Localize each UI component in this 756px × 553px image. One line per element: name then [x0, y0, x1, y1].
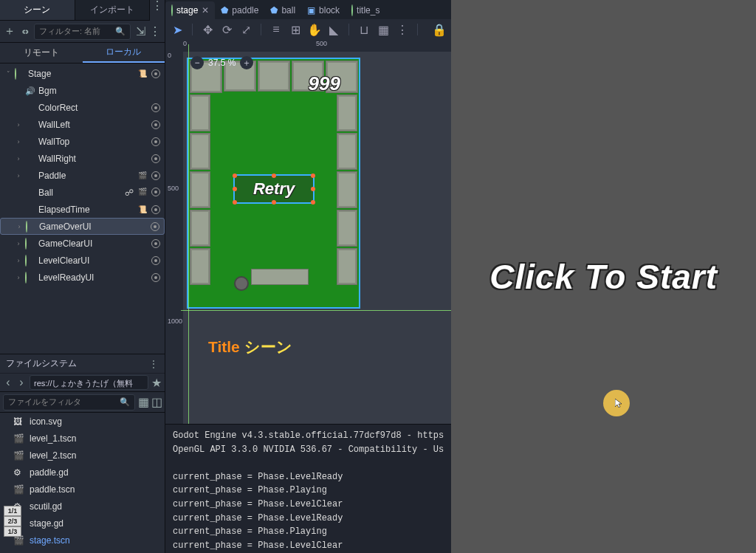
- fs-item[interactable]: ⚙title_scene.gd: [0, 549, 165, 553]
- doc-tab-stage[interactable]: stage✕: [165, 1, 215, 19]
- scene-filter-input[interactable]: フィルター: 名前 🔍: [34, 24, 131, 40]
- subtab-remote[interactable]: リモート: [0, 43, 83, 63]
- kebab-icon[interactable]: ⋮: [396, 24, 408, 35]
- script-icon[interactable]: 📜: [138, 69, 147, 78]
- visibility-icon[interactable]: [151, 188, 160, 196]
- fs-item[interactable]: ⚙stage.gd: [0, 515, 165, 532]
- kebab-icon[interactable]: ⋮: [150, 27, 160, 37]
- scene-instance-icon[interactable]: 🎬: [138, 188, 147, 198]
- cursor-icon: [615, 399, 624, 408]
- tree-item-walltop[interactable]: ›WallTop: [0, 133, 165, 150]
- fs-list[interactable]: 1/1 2/3 1/3 🖼icon.svg🎬level_1.tscn🎬level…: [0, 413, 165, 553]
- magnet-icon[interactable]: ⊔: [358, 24, 370, 35]
- circle-icon: [25, 238, 35, 249]
- ball: [234, 276, 249, 291]
- nav-fwd-icon[interactable]: ›: [16, 377, 27, 388]
- tree-item-wallright[interactable]: ›WallRight: [0, 150, 165, 167]
- circle-icon: [25, 272, 35, 283]
- doc-tab-paddle[interactable]: ⬟paddle: [215, 1, 264, 19]
- viewport[interactable]: 0500 05001000 − 37.5 % ＋: [165, 40, 451, 424]
- fs-item[interactable]: 🎬level_1.tscn: [0, 430, 165, 447]
- zoom-in-icon[interactable]: ＋: [240, 56, 253, 69]
- tab-import[interactable]: インポート: [75, 0, 151, 21]
- visibility-icon[interactable]: [151, 103, 160, 112]
- tree-item-levelclearui[interactable]: ›LevelClearUI: [0, 252, 165, 269]
- tree-item-gameclearui[interactable]: ›GameClearUI: [0, 235, 165, 252]
- tree-item-ball[interactable]: Ball☍🎬: [0, 184, 165, 201]
- visibility-icon[interactable]: [151, 273, 160, 282]
- pan-icon[interactable]: ✋: [309, 24, 320, 35]
- tab-scene[interactable]: シーン: [0, 0, 75, 21]
- subtab-local[interactable]: ローカル: [83, 43, 165, 63]
- scale-tool-icon[interactable]: ⤢: [240, 24, 252, 35]
- lock-icon[interactable]: 🔒: [433, 24, 445, 35]
- signal-icon: ☍: [125, 188, 134, 198]
- slant-icon: [25, 120, 35, 130]
- collapse-icon[interactable]: ⇲: [135, 27, 145, 37]
- visibility-icon[interactable]: [151, 239, 160, 248]
- tree-item-paddle[interactable]: ›Paddle🎬: [0, 167, 165, 184]
- visibility-icon[interactable]: [151, 256, 160, 265]
- close-icon[interactable]: ✕: [202, 5, 209, 16]
- output-panel[interactable]: Godot Engine v4.3.stable.official.77dcf9…: [165, 424, 451, 553]
- visibility-icon[interactable]: [151, 69, 160, 78]
- fs-filter-placeholder: ファイルをフィルタ: [8, 396, 81, 408]
- fs-item[interactable]: ⚙paddle.gd: [0, 464, 165, 481]
- rect-icon: [25, 103, 35, 113]
- gear-icon: ⚙: [13, 467, 24, 478]
- rotate-tool-icon[interactable]: ⟳: [221, 24, 233, 35]
- scene-instance-icon[interactable]: 🎬: [138, 171, 147, 180]
- circle-icon: [351, 5, 353, 16]
- visibility-icon[interactable]: [151, 154, 160, 163]
- label-icon: [25, 205, 35, 215]
- tree-item-wallleft[interactable]: ›WallLeft: [0, 116, 165, 133]
- doc-tab-ball[interactable]: ⬟ball: [264, 1, 301, 19]
- list-icon[interactable]: ≡: [270, 24, 282, 35]
- zoom-level[interactable]: 37.5 %: [208, 58, 236, 68]
- tree-item-colorrect[interactable]: ColorRect: [0, 99, 165, 116]
- running-game[interactable]: Click To Start: [451, 0, 756, 553]
- visibility-icon[interactable]: [151, 137, 160, 146]
- script-icon[interactable]: 📜: [138, 205, 147, 214]
- zoom-out-icon[interactable]: −: [190, 56, 204, 69]
- ruler-icon[interactable]: ◣: [328, 24, 340, 35]
- nav-back-icon[interactable]: ‹: [3, 377, 13, 388]
- fs-item[interactable]: 🖼icon.svg: [0, 413, 165, 430]
- stage-preview[interactable]: 999 Retry: [187, 58, 360, 309]
- visibility-icon[interactable]: [151, 171, 160, 180]
- snap-icon[interactable]: ⊞: [289, 24, 301, 35]
- fs-item[interactable]: ⚙scutil.gd: [0, 498, 165, 515]
- kebab-icon[interactable]: ⋮: [150, 0, 165, 10]
- kebab-icon[interactable]: ⋮: [148, 359, 159, 369]
- fs-item[interactable]: 🎬paddle.tscn: [0, 481, 165, 498]
- visibility-icon[interactable]: [151, 222, 159, 231]
- scene-icon: 🎬: [13, 450, 24, 461]
- grid-view-icon[interactable]: ▦: [138, 397, 148, 408]
- char-icon: ⬟: [270, 5, 278, 16]
- grid-icon[interactable]: ▦: [377, 24, 389, 35]
- tree-item-bgm[interactable]: 🔊Bgm: [0, 82, 165, 99]
- fs-item[interactable]: 🎬level_2.tscn: [0, 447, 165, 464]
- document-tabs[interactable]: stage✕⬟paddle⬟ball▣blocktitle_s: [165, 0, 451, 19]
- link-icon[interactable]: [19, 27, 30, 37]
- move-tool-icon[interactable]: ✥: [202, 24, 213, 35]
- retry-button[interactable]: Retry: [233, 174, 315, 204]
- start-prompt[interactable]: Click To Start: [489, 257, 718, 297]
- select-tool-icon[interactable]: ➤: [171, 24, 183, 35]
- add-node-icon[interactable]: ＋: [4, 27, 15, 37]
- tree-item-stage[interactable]: ˅Stage📜: [0, 65, 165, 82]
- tree-item-levelreadyui[interactable]: ›LevelReadyUI: [0, 269, 165, 286]
- fs-path[interactable]: res://しょかきうたげ（無料: [30, 375, 148, 390]
- split-icon[interactable]: ◫: [151, 397, 162, 408]
- fs-item[interactable]: 🎬stage.tscn: [0, 532, 165, 549]
- doc-tab-title_s[interactable]: title_s: [346, 1, 385, 19]
- scene-tree[interactable]: ˅Stage📜🔊BgmColorRect›WallLeft›WallTop›Wa…: [0, 63, 165, 354]
- visibility-icon[interactable]: [151, 120, 160, 129]
- tree-item-gameoverui[interactable]: ›GameOverUI: [0, 218, 165, 235]
- fs-filter-input[interactable]: ファイルをフィルタ 🔍: [3, 394, 135, 411]
- circle-icon: [15, 69, 25, 79]
- doc-tab-block[interactable]: ▣block: [301, 1, 346, 19]
- visibility-icon[interactable]: [151, 205, 160, 214]
- bookmark-icon[interactable]: ★: [151, 377, 162, 388]
- tree-item-elapsedtime[interactable]: ElapsedTime📜: [0, 201, 165, 218]
